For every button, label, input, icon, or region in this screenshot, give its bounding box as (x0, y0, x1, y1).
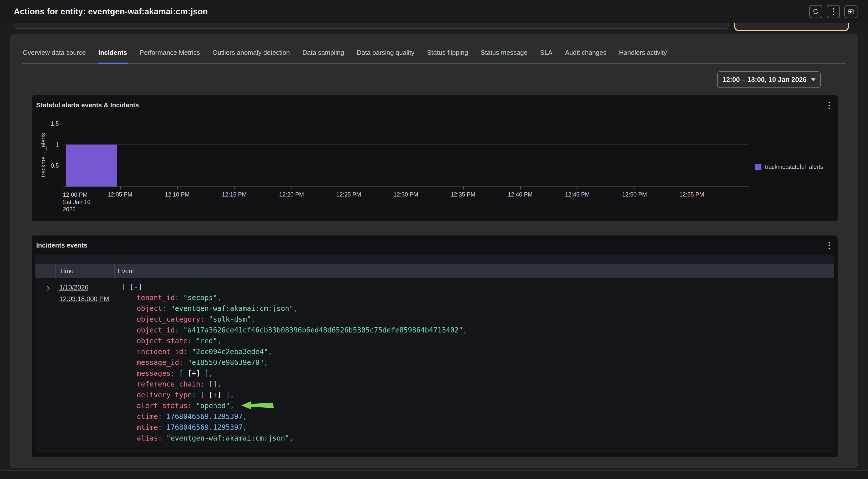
chevron-right-icon (44, 285, 52, 292)
json-key: alert_status (137, 401, 187, 410)
kebab-menu-icon (829, 102, 830, 103)
legend-label: trackme:stateful_alerts (765, 163, 823, 170)
x-axis-tick (749, 186, 749, 189)
tab-data-sampling[interactable]: Data sampling (302, 47, 344, 63)
time-range-picker[interactable]: 12:00 – 13:00, 10 Jan 2026 (717, 71, 821, 88)
tab-bar: Overview data sourceIncidentsPerformance… (22, 47, 846, 64)
json-comma: , (217, 294, 221, 302)
header-actions (809, 5, 858, 18)
kebab-menu-icon (833, 8, 834, 15)
json-comma: , (264, 358, 268, 367)
json-line-messages: messages: [ [+] ], (121, 368, 467, 379)
tab-status-flipping[interactable]: Status flipping (427, 47, 468, 63)
json-key: tenant_id (137, 294, 175, 302)
tab-outliers-anomaly-detection[interactable]: Outliers anomaly detection (212, 47, 290, 63)
x-axis-tick-label: 12:25 PM (336, 191, 361, 198)
json-bracket: ] (200, 369, 209, 378)
tab-overview-data-source[interactable]: Overview data source (22, 47, 86, 63)
gridline (63, 166, 749, 166)
exit-icon (847, 8, 855, 15)
json-line-ctime: ctime: 1768046569.1295397, (121, 411, 467, 422)
incidents-panel-title: Incidents events (36, 241, 88, 249)
x-axis-tick-label: 12:10 PM (165, 191, 189, 198)
json-comma: , (230, 391, 234, 399)
expand-toggle[interactable]: [+] (187, 369, 200, 378)
exit-button[interactable] (844, 5, 858, 18)
json-colon: : (187, 337, 196, 345)
tab-handlers-activity[interactable]: Handlers activity (618, 47, 668, 63)
json-comma: , (209, 369, 213, 378)
json-line-object: object: "eventgen-waf:akamai:cm:json", (121, 303, 467, 314)
more-options-button[interactable] (827, 5, 840, 18)
tab-sla[interactable]: SLA (539, 47, 553, 63)
stateful-alerts-bar[interactable] (66, 145, 117, 186)
json-colon: : (175, 326, 183, 334)
x-axis-tick (520, 186, 521, 189)
legend-swatch (755, 164, 762, 170)
x-axis-label-line: Sat Jan 10 (63, 199, 90, 206)
modal-header: Actions for entity: eventgen-waf:akamai:… (0, 0, 868, 23)
json-line-reference-chain: reference_chain: [], (121, 379, 467, 390)
column-header-time[interactable]: Time (55, 264, 114, 278)
json-colon: : (183, 348, 192, 356)
x-axis-tick-label: 12:50 PM (622, 191, 647, 198)
json-open-line: { [-] (121, 281, 467, 292)
kebab-menu-icon (829, 242, 830, 243)
json-key: messages (137, 369, 170, 378)
json-key: alias (137, 434, 158, 442)
json-key: message_id (137, 358, 179, 367)
chevron-down-icon (811, 79, 815, 81)
tab-incidents[interactable]: Incidents (98, 47, 127, 63)
json-number-value: 1768046569.1295397 (166, 423, 243, 431)
table-header-row: Time Event (35, 264, 834, 278)
json-comma: , (243, 412, 247, 421)
json-colon: : (162, 304, 170, 312)
json-bracket: [ (179, 369, 188, 378)
json-bracket: ] (221, 391, 230, 399)
json-line-object-id: object_id: "a417a3626ce41cf46cb33b08396b… (121, 325, 467, 335)
json-colon: : (200, 380, 209, 388)
json-string-value: "splk-dsm" (209, 315, 251, 324)
chart-panel-menu-button[interactable] (824, 99, 835, 111)
entity-actions-container: Overview data sourceIncidentsPerformance… (10, 34, 858, 468)
expand-toggle[interactable]: [+] (209, 391, 222, 399)
column-header-event[interactable]: Event (114, 264, 834, 278)
event-time-date-link[interactable]: 1/10/2026 (59, 283, 109, 291)
x-axis-tick-label: 12:15 PM (222, 191, 247, 198)
chart-legend: trackme:stateful_alerts (755, 163, 823, 170)
x-axis-tick-label: 12:35 PM (451, 191, 475, 198)
x-axis-first-label: 12:00 PMSat Jan 102026 (63, 191, 90, 213)
chart-panel-title: Stateful alerts events & Incidents (36, 101, 139, 109)
tab-data-parsing-quality[interactable]: Data parsing quality (356, 47, 415, 63)
json-brace: { (121, 283, 130, 291)
json-string-value: "a417a3626ce41cf46cb33b08396b6ed48d6526b… (183, 326, 463, 334)
x-axis-tick (463, 186, 464, 189)
tab-performance-metrics[interactable]: Performance Metrics (139, 47, 200, 63)
expand-row-button[interactable] (44, 285, 52, 293)
collapse-toggle[interactable]: [-] (130, 283, 143, 291)
json-comma: , (217, 380, 221, 388)
scrolled-highlighted-button-edge[interactable] (734, 23, 849, 31)
incidents-panel-menu-button[interactable] (824, 239, 835, 251)
refresh-button[interactable] (809, 5, 822, 18)
x-axis-label-line: 2026 (63, 206, 90, 213)
json-comma: , (251, 315, 255, 324)
x-axis-tick (120, 186, 121, 189)
json-colon: : (158, 412, 166, 421)
json-colon: : (158, 423, 166, 431)
tab-status-message[interactable]: Status message (480, 47, 528, 63)
json-line-incident-id: incident_id: "2cc094c2eba3ede4", (121, 346, 467, 357)
tab-audit-changes[interactable]: Audit changes (564, 47, 607, 63)
json-key: object_state (137, 337, 187, 345)
legend-item[interactable]: trackme:stateful_alerts (755, 163, 823, 170)
json-line-object-state: object_state: "red", (121, 335, 467, 346)
event-time-clock-link[interactable]: 12:03:18.000 PM (59, 295, 109, 303)
x-axis-tick (63, 186, 63, 189)
json-string-value: "eventgen-waf:akamai:cm:json" (166, 434, 289, 442)
green-arrow-annotation (241, 400, 275, 410)
json-key: reference_chain (137, 380, 200, 388)
refresh-icon (812, 8, 819, 15)
x-axis-tick (634, 186, 635, 189)
x-axis-tick (692, 186, 692, 189)
page-title: Actions for entity: eventgen-waf:akamai:… (14, 7, 208, 16)
